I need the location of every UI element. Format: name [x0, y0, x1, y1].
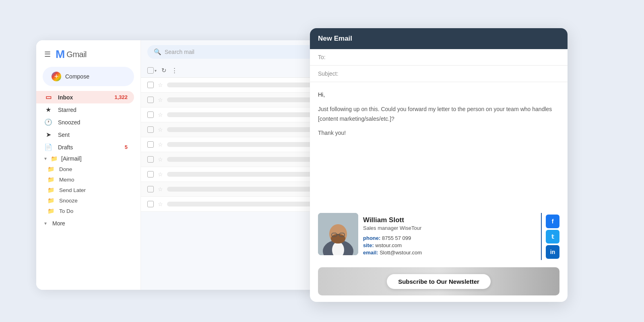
- starred-label: Starred: [58, 107, 128, 113]
- sidebar-item-todo[interactable]: 📁 To Do: [36, 206, 140, 216]
- gmail-logo: M Gmail: [56, 49, 87, 60]
- compose-message: Just following up on this. Could you for…: [318, 105, 559, 124]
- email-label: email:: [363, 250, 378, 256]
- site-value: wstour.com: [375, 242, 402, 248]
- drafts-label: Drafts: [58, 144, 119, 151]
- sig-phone: phone: 8755 57 099: [363, 235, 535, 241]
- sent-icon: ➤: [44, 131, 52, 138]
- row-checkbox[interactable]: [147, 97, 154, 103]
- sidebar-item-sent[interactable]: ➤ Sent: [36, 128, 134, 141]
- drafts-count: 5: [125, 144, 128, 150]
- hamburger-icon[interactable]: ☰: [43, 48, 52, 60]
- signature-info: William Slott Sales manager WiseTour pho…: [358, 213, 540, 260]
- select-dropdown-icon[interactable]: ▾: [155, 68, 157, 73]
- airmail-section: 📁 Done 📁 Memo 📁 Send Later 📁 Snooze 📁 To…: [36, 164, 140, 216]
- more-label: More: [52, 220, 128, 227]
- linkedin-icon: in: [550, 249, 555, 255]
- drafts-icon: 📄: [44, 143, 52, 151]
- star-icon[interactable]: ☆: [158, 201, 163, 207]
- starred-icon: ★: [44, 106, 52, 114]
- row-checkbox[interactable]: [147, 82, 154, 88]
- snoozed-label: Snoozed: [58, 119, 128, 126]
- snooze-folder-icon: 📁: [47, 197, 54, 204]
- compose-header: New Email: [310, 28, 568, 49]
- sidebar-item-more[interactable]: ▾ More: [36, 218, 134, 229]
- sidebar-item-airmail[interactable]: ▾ 📁 [Airmail]: [36, 153, 140, 164]
- gmail-sidebar: ☰ M Gmail + Compose ▭ Inbox 1,322 ★ Star…: [36, 40, 141, 290]
- linkedin-button[interactable]: in: [546, 245, 559, 259]
- checkbox-icon[interactable]: [147, 67, 154, 74]
- newsletter-subscribe-button[interactable]: Subscribe to Our Newsletter: [387, 274, 491, 289]
- compose-button[interactable]: + Compose: [43, 67, 134, 86]
- to-label: To:: [318, 54, 346, 60]
- star-icon[interactable]: ☆: [158, 141, 163, 148]
- star-icon[interactable]: ☆: [158, 156, 163, 163]
- send-later-folder-icon: 📁: [47, 187, 54, 193]
- star-icon[interactable]: ☆: [158, 126, 163, 133]
- signature-block: William Slott Sales manager WiseTour pho…: [310, 213, 568, 264]
- compose-subject-row: Subject:: [310, 66, 568, 82]
- sent-label: Sent: [58, 132, 128, 138]
- inbox-icon: ▭: [44, 93, 52, 101]
- expand-icon: ▾: [44, 156, 47, 161]
- person-avatar-svg: [318, 213, 358, 255]
- compose-header-title: New Email: [318, 35, 352, 42]
- compose-label: Compose: [65, 73, 89, 80]
- twitter-button[interactable]: 𝕥: [546, 230, 559, 244]
- todo-folder-icon: 📁: [47, 208, 54, 214]
- sidebar-item-inbox[interactable]: ▭ Inbox 1,322: [36, 91, 134, 103]
- sig-site: site: wstour.com: [363, 242, 535, 248]
- site-label: site:: [363, 242, 374, 248]
- airmail-label: [Airmail]: [61, 155, 82, 162]
- sig-title: Sales manager WiseTour: [363, 225, 535, 231]
- facebook-button[interactable]: f: [546, 215, 559, 228]
- row-checkbox[interactable]: [147, 201, 154, 207]
- more-options-icon[interactable]: ⋮: [171, 67, 178, 74]
- star-icon[interactable]: ☆: [158, 82, 163, 88]
- sidebar-item-drafts[interactable]: 📄 Drafts 5: [36, 141, 134, 153]
- email-value: Slott@wstour.com: [380, 250, 422, 256]
- compose-to-row: To:: [310, 49, 568, 66]
- inbox-label: Inbox: [58, 94, 109, 101]
- row-checkbox[interactable]: [147, 126, 154, 133]
- sig-divider: [541, 213, 542, 260]
- row-checkbox[interactable]: [147, 186, 154, 192]
- search-placeholder: Search mail: [165, 49, 329, 55]
- row-checkbox[interactable]: [147, 171, 154, 178]
- svg-point-4: [331, 234, 345, 244]
- sidebar-item-starred[interactable]: ★ Starred: [36, 103, 134, 116]
- row-checkbox[interactable]: [147, 156, 154, 163]
- subject-label: Subject:: [318, 70, 346, 77]
- star-icon[interactable]: ☆: [158, 171, 163, 178]
- gmail-wordmark: Gmail: [66, 50, 87, 59]
- sidebar-item-send-later[interactable]: 📁 Send Later: [36, 185, 140, 195]
- snooze-label: Snooze: [59, 198, 78, 204]
- sig-social: f 𝕥 in: [543, 213, 559, 260]
- compose-window: New Email To: Subject: Hi, Just followin…: [310, 28, 568, 302]
- star-icon[interactable]: ☆: [158, 111, 163, 118]
- row-checkbox[interactable]: [147, 141, 154, 148]
- gmail-window: ☰ M Gmail + Compose ▭ Inbox 1,322 ★ Star…: [36, 40, 342, 290]
- star-icon[interactable]: ☆: [158, 186, 163, 192]
- done-folder-icon: 📁: [47, 166, 54, 172]
- sidebar-item-snoozed[interactable]: 🕐 Snoozed: [36, 116, 134, 128]
- compose-body[interactable]: Hi, Just following up on this. Could you…: [310, 82, 568, 213]
- compose-plus-icon: +: [52, 72, 61, 81]
- phone-value: 8755 57 099: [382, 235, 411, 241]
- sidebar-item-snooze[interactable]: 📁 Snooze: [36, 195, 140, 206]
- refresh-icon[interactable]: ↻: [161, 67, 167, 74]
- memo-label: Memo: [59, 177, 74, 183]
- sig-email: email: Slott@wstour.com: [363, 250, 535, 256]
- sig-name: William Slott: [363, 216, 535, 224]
- star-icon[interactable]: ☆: [158, 97, 163, 103]
- sidebar-item-done[interactable]: 📁 Done: [36, 164, 140, 174]
- airmail-folder-icon: 📁: [50, 155, 58, 162]
- inbox-count: 1,322: [114, 94, 128, 100]
- sidebar-item-memo[interactable]: 📁 Memo: [36, 174, 140, 185]
- search-bar[interactable]: 🔍 Search mail: [147, 45, 336, 59]
- row-checkbox[interactable]: [147, 111, 154, 118]
- twitter-icon: 𝕥: [551, 233, 554, 240]
- gmail-m-icon: M: [56, 49, 65, 60]
- select-all-checkbox[interactable]: ▾: [147, 67, 157, 74]
- compose-closing: Thank you!: [318, 128, 559, 138]
